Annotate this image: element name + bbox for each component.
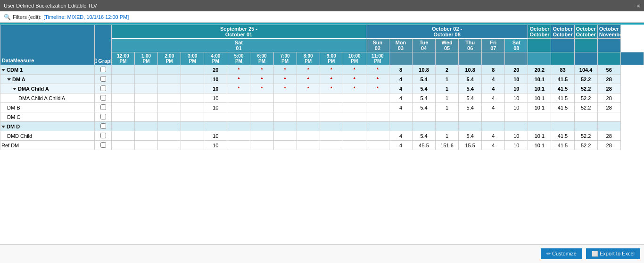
row-value-cell: [135, 65, 158, 75]
day-header-mon03: Mon03: [389, 39, 412, 52]
row-value-cell: ▲: [227, 84, 250, 93]
row-value-cell: [366, 141, 389, 150]
row-value-cell: 52.2: [574, 103, 597, 112]
row-value-cell: 15.5: [459, 141, 482, 150]
row-name-cell: DM C: [0, 112, 95, 122]
row-value-cell: 10: [505, 103, 528, 112]
row-value-cell: 5.4: [413, 103, 436, 112]
row-value-cell: ▲: [320, 75, 343, 84]
row-checkbox-cell[interactable]: [95, 84, 112, 93]
time-1200: 12:00PM: [112, 52, 135, 65]
row-value-cell: [482, 122, 505, 131]
row-value-cell: 10: [505, 93, 528, 103]
row-value-cell: 4: [389, 141, 412, 150]
export-button[interactable]: ⬜ Export to Excel: [586, 248, 640, 259]
row-name-cell: DMA Child A Child A: [0, 93, 95, 103]
time-wed05: [459, 52, 482, 65]
row-value-cell: [158, 103, 181, 112]
row-value-cell: 4: [482, 103, 505, 112]
row-name-cell: DM A: [0, 75, 95, 84]
week-agg-oct16-22: [551, 39, 574, 52]
row-value-cell: [112, 141, 135, 150]
row-value-cell: [273, 122, 297, 131]
row-value-cell: [366, 122, 389, 131]
row-value-cell: 52.2: [574, 141, 597, 150]
row-value-cell: [158, 84, 181, 93]
row-value-cell: 52.2: [574, 93, 597, 103]
row-value-cell: [181, 93, 204, 103]
week-agg-oct09-15: [528, 39, 551, 52]
row-value-cell: 5.4: [413, 84, 436, 93]
filter-bar: 🔍 Filters (edit): [Timeline: MIXED, 10/1…: [0, 11, 644, 23]
row-value-cell: 20.2: [528, 65, 551, 75]
row-value-cell: [505, 122, 528, 131]
row-value-cell: ▲: [343, 65, 366, 75]
row-value-cell: [227, 103, 250, 112]
row-value-cell: 4: [482, 84, 505, 93]
row-value-cell: [227, 122, 250, 131]
time-sun02: [389, 52, 412, 65]
row-checkbox-cell[interactable]: [95, 112, 112, 122]
customize-button[interactable]: ✏ Customize: [541, 248, 582, 259]
row-value-cell: [320, 93, 343, 103]
row-value-cell: [250, 112, 273, 122]
row-value-cell: ▲: [250, 65, 273, 75]
row-value-cell: 5.4: [459, 75, 482, 84]
row-value-cell: [181, 122, 204, 131]
row-checkbox-cell[interactable]: [95, 141, 112, 150]
row-value-cell: 10.1: [528, 84, 551, 93]
row-value-cell: 4: [389, 93, 412, 103]
row-value-cell: 10: [204, 84, 227, 93]
row-value-cell: [204, 112, 227, 122]
row-checkbox-cell[interactable]: [95, 93, 112, 103]
day-header-fri07: Fri07: [482, 39, 505, 52]
table-row: DM B1045.415.441010.141.552.228: [0, 103, 644, 112]
row-value-cell: 2: [436, 65, 459, 75]
row-value-cell: [112, 122, 135, 131]
row-value-cell: 4: [389, 103, 412, 112]
row-value-cell: [227, 93, 250, 103]
row-value-cell: 10: [204, 75, 227, 84]
time-tue04: [436, 52, 459, 65]
data-table: DataMeasure ▢ Graph September 25 -Octobe…: [0, 25, 644, 150]
row-value-cell: [297, 93, 320, 103]
row-value-cell: [158, 141, 181, 150]
row-checkbox-cell[interactable]: [95, 131, 112, 141]
row-value-cell: [273, 93, 297, 103]
row-name-cell: DM B: [0, 103, 95, 112]
table-row: DM D: [0, 122, 644, 131]
week-header-oct23: October 23 -October 29: [574, 25, 597, 39]
row-checkbox-cell[interactable]: [95, 122, 112, 131]
row-value-cell: [250, 93, 273, 103]
row-checkbox-cell[interactable]: [95, 65, 112, 75]
filter-value[interactable]: [Timeline: MIXED, 10/1/16 12:00 PM]: [43, 14, 129, 20]
row-value-cell: [273, 131, 297, 141]
row-value-cell: [158, 122, 181, 131]
row-name-cell: CDM 1: [0, 65, 95, 75]
row-value-cell: 5.4: [413, 93, 436, 103]
row-value-cell: [158, 112, 181, 122]
row-value-cell: 1: [436, 131, 459, 141]
close-button[interactable]: ×: [636, 2, 640, 9]
row-value-cell: [366, 103, 389, 112]
table-row: Ref DM10445.5151.615.541010.141.552.228: [0, 141, 644, 150]
row-value-cell: [135, 141, 158, 150]
row-value-cell: [135, 103, 158, 112]
graph-label: Graph: [98, 58, 111, 64]
row-value-cell: 104.4: [574, 65, 597, 75]
row-value-cell: ▲: [320, 65, 343, 75]
row-value-cell: [528, 122, 551, 131]
time-0600: 6:00PM: [250, 52, 273, 65]
row-checkbox-cell[interactable]: [95, 103, 112, 112]
time-0500: 5:00PM: [227, 52, 250, 65]
row-value-cell: 10.8: [413, 65, 436, 75]
row-value-cell: [135, 84, 158, 93]
row-value-cell: ▲: [297, 65, 320, 75]
row-checkbox-cell[interactable]: [95, 75, 112, 84]
row-value-cell: [320, 103, 343, 112]
week-header-oct09: October 09 -October 15: [528, 25, 551, 39]
row-value-cell: [297, 103, 320, 112]
row-name-cell: DMA Child A: [0, 84, 95, 93]
row-value-cell: [181, 65, 204, 75]
row-value-cell: 4: [482, 131, 505, 141]
